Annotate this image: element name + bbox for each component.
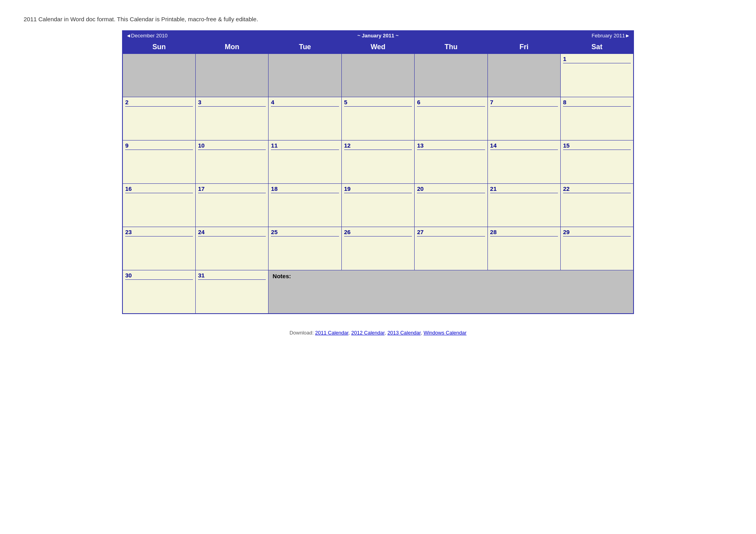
day-cell-1: 1 xyxy=(561,54,634,97)
week-row-3: 9 10 11 12 13 14 15 xyxy=(122,140,634,184)
day-cell-27: 27 xyxy=(415,227,487,270)
day-cell-24: 24 xyxy=(195,227,268,270)
header-tue: Tue xyxy=(269,41,341,54)
month-title: ~ January 2011 ~ xyxy=(195,31,560,41)
day-cell xyxy=(195,54,268,97)
day-cell-20: 20 xyxy=(415,184,487,227)
day-cell-26: 26 xyxy=(341,227,414,270)
calendar-table: ◄December 2010 ~ January 2011 ~ February… xyxy=(122,30,634,314)
week-row-1: 1 xyxy=(122,54,634,97)
day-cell-28: 28 xyxy=(487,227,560,270)
day-cell-23: 23 xyxy=(122,227,195,270)
days-header: Sun Mon Tue Wed Thu Fri Sat xyxy=(122,41,634,54)
day-cell-30: 30 xyxy=(122,270,195,314)
day-cell-7: 7 xyxy=(487,97,560,140)
day-cell-8: 8 xyxy=(561,97,634,140)
notes-cell: Notes: xyxy=(269,270,634,314)
day-cell-15: 15 xyxy=(561,140,634,184)
header-sun: Sun xyxy=(122,41,195,54)
day-cell-14: 14 xyxy=(487,140,560,184)
day-cell xyxy=(487,54,560,97)
day-cell-19: 19 xyxy=(341,184,414,227)
day-cell xyxy=(122,54,195,97)
day-cell-21: 21 xyxy=(487,184,560,227)
week-row-5: 23 24 25 26 27 28 29 xyxy=(122,227,634,270)
day-cell-29: 29 xyxy=(561,227,634,270)
header-fri: Fri xyxy=(487,41,560,54)
day-cell-10: 10 xyxy=(195,140,268,184)
day-cell-9: 9 xyxy=(122,140,195,184)
day-cell-25: 25 xyxy=(269,227,341,270)
header-sat: Sat xyxy=(561,41,634,54)
day-cell-4: 4 xyxy=(269,97,341,140)
header-thu: Thu xyxy=(415,41,487,54)
day-cell-18: 18 xyxy=(269,184,341,227)
nav-next[interactable]: February 2011► xyxy=(561,31,634,41)
footer-link-windows[interactable]: Windows Calendar xyxy=(424,330,467,336)
week-row-6: 30 31 Notes: xyxy=(122,270,634,314)
day-cell-31: 31 xyxy=(195,270,268,314)
footer-link-2011[interactable]: 2011 Calendar xyxy=(315,330,348,336)
day-cell xyxy=(341,54,414,97)
day-cell-16: 16 xyxy=(122,184,195,227)
header-mon: Mon xyxy=(195,41,268,54)
day-cell-13: 13 xyxy=(415,140,487,184)
day-cell xyxy=(415,54,487,97)
month-nav-row: ◄December 2010 ~ January 2011 ~ February… xyxy=(122,31,634,41)
calendar-wrapper: ◄December 2010 ~ January 2011 ~ February… xyxy=(122,30,634,314)
footer-label: Download: xyxy=(289,330,313,336)
footer: Download: 2011 Calendar, 2012 Calendar, … xyxy=(289,330,467,336)
week-row-2: 2 3 4 5 6 7 8 xyxy=(122,97,634,140)
day-cell-11: 11 xyxy=(269,140,341,184)
day-cell-5: 5 xyxy=(341,97,414,140)
day-cell-3: 3 xyxy=(195,97,268,140)
footer-link-2013[interactable]: 2013 Calendar xyxy=(387,330,421,336)
week-row-4: 16 17 18 19 20 21 22 xyxy=(122,184,634,227)
header-wed: Wed xyxy=(341,41,414,54)
day-cell-6: 6 xyxy=(415,97,487,140)
nav-prev[interactable]: ◄December 2010 xyxy=(122,31,195,41)
subtitle: 2011 Calendar in Word doc format. This C… xyxy=(24,16,258,22)
day-cell-2: 2 xyxy=(122,97,195,140)
footer-link-2012[interactable]: 2012 Calendar xyxy=(351,330,385,336)
day-cell-22: 22 xyxy=(561,184,634,227)
day-cell xyxy=(269,54,341,97)
day-cell-17: 17 xyxy=(195,184,268,227)
day-cell-12: 12 xyxy=(341,140,414,184)
